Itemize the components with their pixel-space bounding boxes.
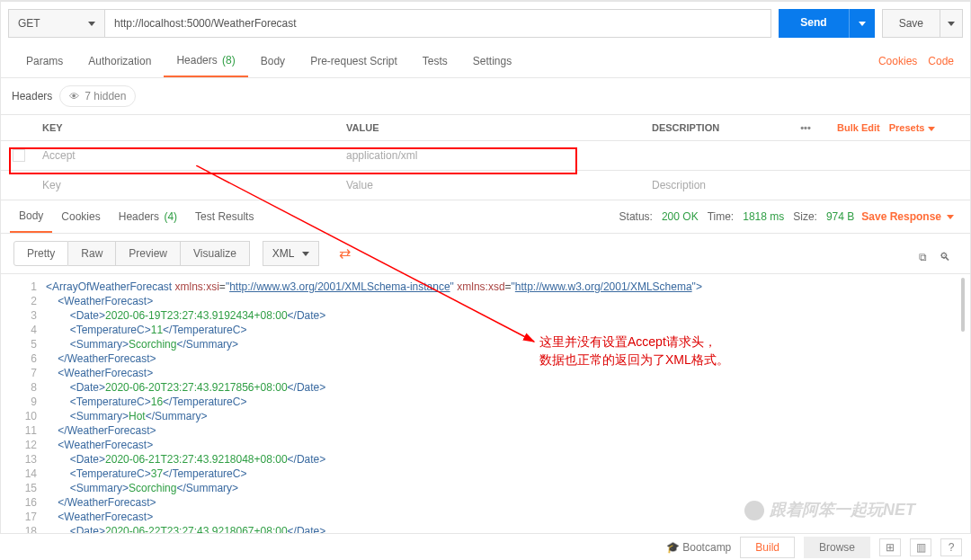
browse-button[interactable]: Browse: [804, 537, 870, 558]
tab-headers-label: Headers: [176, 54, 217, 67]
request-row: GET http://localhost:5000/WeatherForecas…: [1, 0, 970, 45]
save-response-button[interactable]: Save Response: [854, 201, 961, 232]
resp-tab-body[interactable]: Body: [10, 200, 52, 233]
tab-settings[interactable]: Settings: [460, 46, 524, 76]
chevron-down-icon: [948, 22, 955, 26]
view-preview[interactable]: Preview: [116, 241, 181, 266]
http-method-select[interactable]: GET: [8, 9, 105, 38]
chevron-down-icon: [928, 127, 935, 131]
line-gutter: 123456789101112131415161718: [1, 274, 46, 535]
code-content[interactable]: <ArrayOfWeatherForecast xmlns:xsi="http:…: [46, 274, 970, 535]
resp-headers-label: Headers: [119, 210, 159, 223]
size-value: 974 B: [826, 210, 854, 223]
annotation-line2: 数据也正常的返回为了XML格式。: [539, 351, 773, 369]
bootcamp-label: Bootcamp: [682, 541, 731, 554]
eye-icon: [69, 90, 79, 102]
more-button[interactable]: •••: [774, 115, 837, 140]
save-button[interactable]: Save: [883, 10, 940, 37]
format-label: XML: [272, 247, 295, 260]
search-icon[interactable]: 🔍︎: [940, 251, 950, 263]
headers-subheader: Headers 7 hidden: [1, 78, 970, 115]
presets-link[interactable]: Presets: [889, 122, 935, 133]
key-cell[interactable]: Key: [37, 171, 341, 200]
url-input[interactable]: http://localhost:5000/WeatherForecast: [105, 9, 771, 38]
save-dropdown[interactable]: [940, 10, 962, 37]
tab-headers[interactable]: Headers (8): [164, 45, 247, 77]
resp-tab-test-results[interactable]: Test Results: [186, 201, 263, 232]
tab-params[interactable]: Params: [13, 46, 76, 76]
view-raw[interactable]: Raw: [68, 241, 116, 266]
watermark-icon: [744, 501, 764, 520]
headers-table-header: KEY VALUE DESCRIPTION ••• Bulk Edit Pres…: [1, 115, 970, 141]
copy-icon[interactable]: ⧉: [919, 251, 927, 263]
send-button[interactable]: Send: [779, 9, 849, 38]
watermark: 跟着阿笨一起玩NET: [744, 499, 915, 520]
build-button[interactable]: Build: [740, 537, 795, 558]
value-cell[interactable]: application/xml: [341, 141, 646, 170]
response-tabs: Body Cookies Headers (4) Test Results St…: [1, 200, 970, 234]
tab-body[interactable]: Body: [248, 46, 298, 76]
table-row[interactable]: Accept application/xml: [1, 141, 970, 171]
bulk-edit-link[interactable]: Bulk Edit: [837, 122, 880, 133]
value-cell[interactable]: Value: [341, 171, 646, 200]
tab-tests[interactable]: Tests: [410, 46, 460, 76]
time-value: 1818 ms: [743, 210, 784, 223]
save-response-label: Save Response: [861, 210, 941, 223]
annotation-text: 这里并没有设置Accept请求头， 数据也正常的返回为了XML格式。: [539, 333, 773, 369]
desc-cell[interactable]: [646, 147, 970, 164]
chevron-down-icon: [88, 22, 95, 26]
view-pretty[interactable]: Pretty: [13, 241, 68, 266]
cookies-link[interactable]: Cookies: [878, 55, 917, 67]
response-body: 123456789101112131415161718 <ArrayOfWeat…: [1, 274, 970, 535]
wrap-icon[interactable]: ⇄: [332, 241, 358, 266]
help-icon[interactable]: ?: [940, 538, 962, 556]
status-bar: 🎓 Bootcamp Build Browse ⊞ ▥ ?: [0, 533, 971, 560]
chevron-down-icon: [947, 215, 954, 219]
headers-title: Headers: [12, 90, 52, 102]
tab-authorization[interactable]: Authorization: [76, 46, 164, 76]
col-description: DESCRIPTION: [646, 115, 774, 140]
request-tabs: Params Authorization Headers (8) Body Pr…: [1, 45, 970, 78]
table-row[interactable]: Key Value Description: [1, 171, 970, 200]
resp-tab-headers[interactable]: Headers (4): [110, 201, 186, 232]
http-method-label: GET: [18, 17, 40, 30]
size-label: Size:: [793, 210, 817, 223]
bootcamp-link[interactable]: 🎓 Bootcamp: [666, 541, 731, 554]
hidden-count: 7 hidden: [85, 90, 126, 102]
time-label: Time:: [708, 210, 735, 223]
status-label: Status:: [619, 210, 653, 223]
resp-tab-cookies[interactable]: Cookies: [52, 201, 109, 232]
chevron-down-icon: [859, 22, 866, 26]
desc-cell[interactable]: Description: [646, 171, 970, 200]
hidden-headers-toggle[interactable]: 7 hidden: [59, 85, 136, 107]
format-select[interactable]: XML: [263, 241, 319, 266]
scrollbar[interactable]: [961, 278, 965, 332]
body-view-tabs: Pretty Raw Preview Visualize XML ⇄ ⧉ 🔍︎: [1, 234, 970, 274]
col-value: VALUE: [341, 115, 646, 140]
row-checkbox[interactable]: [13, 149, 25, 162]
annotation-line1: 这里并没有设置Accept请求头，: [539, 333, 773, 351]
resp-headers-count: (4): [164, 210, 177, 223]
watermark-text: 跟着阿笨一起玩NET: [770, 501, 915, 519]
tab-prerequest[interactable]: Pre-request Script: [298, 46, 410, 76]
code-link[interactable]: Code: [928, 55, 954, 67]
tab-headers-count: (8): [222, 54, 236, 67]
col-key: KEY: [37, 115, 341, 140]
presets-label: Presets: [889, 122, 925, 133]
panel-layout-icon[interactable]: ⊞: [879, 538, 901, 556]
send-dropdown[interactable]: [850, 9, 875, 38]
chevron-down-icon: [302, 252, 309, 256]
key-cell[interactable]: Accept: [37, 141, 341, 170]
panel-bottom-icon[interactable]: ▥: [910, 538, 931, 556]
view-visualize[interactable]: Visualize: [181, 241, 250, 266]
status-value: 200 OK: [662, 210, 699, 223]
